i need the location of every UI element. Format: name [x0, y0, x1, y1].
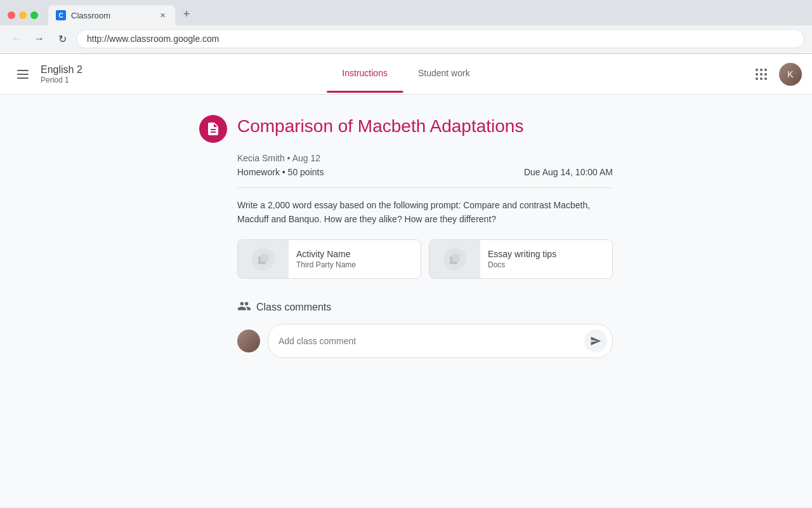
commenter-avatar [237, 330, 260, 352]
tab-title: Classroom [71, 11, 152, 20]
minimize-button[interactable] [19, 11, 27, 19]
browser-tab[interactable]: C Classroom ✕ [48, 5, 175, 25]
author-date: Kecia Smith • Aug 12 [237, 153, 613, 163]
browser-toolbar: ← → ↻ http://www.classroom.google.com [0, 25, 812, 53]
attachment-source: Third Party Name [296, 260, 413, 269]
reload-button[interactable]: ↻ [53, 30, 71, 48]
attachment-info: Activity Name Third Party Name [289, 244, 421, 274]
points-label: Homework • 50 points [237, 167, 324, 177]
attachments: Activity Name Third Party Name [237, 239, 613, 279]
avatar-image: K [779, 63, 802, 86]
assignment-icon [199, 115, 227, 143]
attachment-info: Essay writing tips Docs [480, 244, 612, 274]
assignment-title: Comparison of Macbeth Adaptations [237, 115, 523, 138]
attachment-thumbnail [429, 240, 480, 278]
comments-header: Class comments [237, 299, 613, 316]
tab-instructions[interactable]: Instructions [327, 55, 403, 93]
tab-bar: C Classroom ✕ + [48, 5, 195, 25]
forward-button[interactable]: → [30, 30, 48, 48]
attachment-card[interactable]: Activity Name Third Party Name [237, 239, 421, 279]
classroom-favicon: C [56, 10, 66, 20]
comment-input-wrapper[interactable] [268, 324, 613, 358]
grid-dots-icon [756, 69, 767, 80]
svg-rect-0 [17, 70, 29, 71]
browser-chrome: C Classroom ✕ + ← → ↻ http://www.classro… [0, 0, 812, 54]
commenter-avatar-image [237, 330, 260, 352]
attachment-card[interactable]: Essay writing tips Docs [429, 239, 613, 279]
attachment-name: Essay writing tips [488, 249, 605, 259]
assignment-header: Comparison of Macbeth Adaptations [199, 115, 613, 143]
due-date: Due Aug 14, 10:00 AM [524, 167, 613, 177]
points-due: Homework • 50 points Due Aug 14, 10:00 A… [237, 167, 613, 177]
comment-input-row [237, 324, 613, 358]
hamburger-menu-button[interactable] [10, 62, 36, 87]
assignment-meta: Kecia Smith • Aug 12 Homework • 50 point… [237, 153, 613, 358]
post-date: Aug 12 [292, 153, 320, 163]
tab-close-button[interactable]: ✕ [157, 10, 167, 20]
new-tab-button[interactable]: + [178, 5, 195, 23]
maximize-button[interactable] [30, 11, 38, 19]
content-wrapper: Comparison of Macbeth Adaptations Kecia … [184, 115, 628, 358]
main-content: Comparison of Macbeth Adaptations Kecia … [0, 95, 812, 506]
attachment-name: Activity Name [296, 249, 413, 259]
svg-rect-1 [17, 74, 29, 75]
user-avatar[interactable]: K [779, 63, 802, 86]
address-bar[interactable]: http://www.classroom.google.com [76, 29, 804, 48]
comments-icon [237, 299, 251, 316]
class-info: English 2 Period 1 [41, 64, 82, 84]
browser-titlebar: C Classroom ✕ + [0, 0, 812, 25]
comment-input[interactable] [278, 336, 584, 346]
attachment-thumbnail [238, 240, 289, 278]
top-nav: English 2 Period 1 Instructions Student … [0, 54, 812, 95]
tab-student-work[interactable]: Student work [403, 55, 485, 93]
comments-title: Class comments [256, 302, 331, 313]
comments-section: Class comments [237, 299, 613, 358]
separator: • [287, 153, 292, 163]
close-button[interactable] [8, 11, 15, 19]
nav-right: K [749, 62, 802, 87]
class-period: Period 1 [41, 76, 82, 84]
class-name: English 2 [41, 64, 82, 76]
google-apps-button[interactable] [749, 62, 774, 87]
back-button[interactable]: ← [8, 30, 25, 48]
attachment-source: Docs [488, 260, 605, 269]
traffic-lights [8, 11, 38, 19]
svg-rect-2 [17, 77, 29, 79]
send-comment-button[interactable] [584, 330, 607, 352]
app: English 2 Period 1 Instructions Student … [0, 54, 812, 506]
assignment-description: Write a 2,000 word essay based on the fo… [237, 198, 613, 227]
divider [237, 187, 613, 188]
nav-tabs: Instructions Student work [327, 55, 485, 93]
author-name: Kecia Smith [237, 153, 285, 163]
